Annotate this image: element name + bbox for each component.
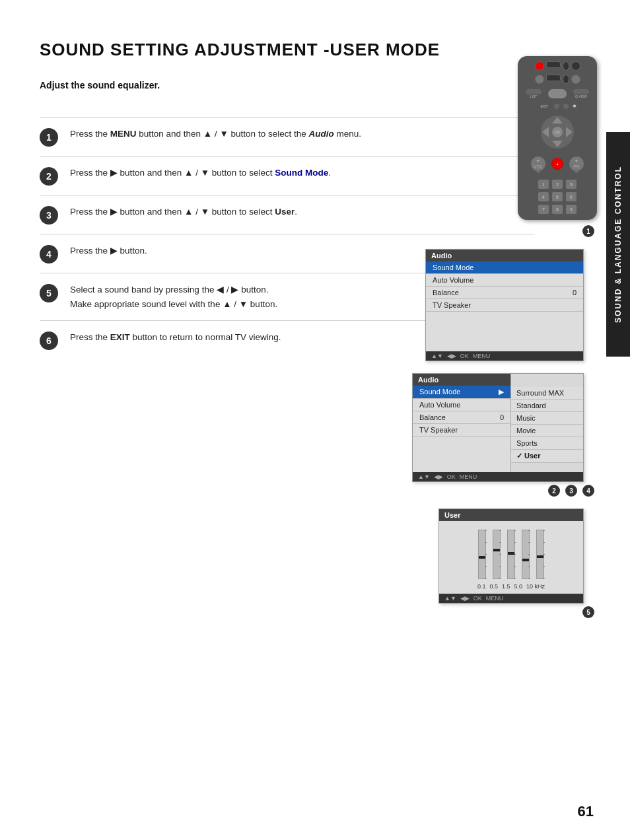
eq-bar-track-5	[536, 530, 544, 579]
eq-label-01: 0.1	[477, 583, 486, 590]
menu1-item-tv-speaker: TV Speaker	[426, 299, 583, 312]
page-number: 61	[578, 803, 594, 820]
remote-num-3[interactable]: 3	[565, 179, 577, 190]
remote-top-row-1	[535, 61, 580, 71]
menu1-spacer2	[426, 325, 583, 338]
badge-3: 3	[565, 485, 577, 497]
remote-control: LIST Q.VIEW EXIT ✱	[518, 56, 597, 220]
eq-bar-track-2	[493, 530, 501, 579]
remote-num-7[interactable]: 7	[538, 204, 549, 215]
eq-handle-5	[537, 555, 543, 558]
menu2-spacer2	[413, 448, 510, 460]
remote-numpad: 1 2 3 4 5 6 7 8 9	[538, 179, 577, 215]
remote-top-row-2	[535, 75, 580, 84]
eq-handle-4	[522, 559, 529, 561]
remote-num-4[interactable]: 4	[538, 192, 549, 202]
menu2-item-sound-mode: Sound Mode▶	[413, 386, 510, 399]
remote-num-9[interactable]: 9	[565, 204, 577, 215]
menu2-surround-max: Surround MAX	[511, 387, 583, 400]
eq-ticks-2	[499, 530, 501, 578]
badge-5: 5	[582, 606, 594, 618]
eq-bar-5	[536, 530, 544, 579]
menu2-footer: ▲▼◀▶OKMENU	[413, 472, 583, 481]
menu2-right-spacer-title	[511, 374, 583, 387]
remote-list-qview: LIST Q.VIEW	[526, 89, 589, 98]
eq-bar-track-3	[507, 530, 515, 579]
menu1-item-sound-mode: Sound Mode	[426, 262, 583, 274]
remote-vol-row: + VOL − ● + PR −	[530, 156, 584, 172]
eq-ticks-5	[543, 530, 545, 578]
menu2-spacer3	[413, 460, 510, 472]
step-number-4: 4	[40, 245, 58, 263]
menu1-title: Audio	[426, 250, 583, 262]
eq-handle-3	[508, 552, 514, 555]
menu-user-eq: User	[438, 508, 584, 604]
menu1-item-auto-volume: Auto Volume	[426, 274, 583, 287]
badge-2: 2	[548, 485, 560, 497]
menu2-user: ✓ User	[511, 450, 583, 463]
eq-label-10khz: 10 kHz	[526, 583, 545, 590]
step-number-3: 3	[40, 206, 58, 225]
eq-bars-container	[478, 528, 544, 580]
eq-ticks-4	[528, 530, 530, 578]
menu2-standard: Standard	[511, 400, 583, 412]
eq-label-50: 5.0	[514, 583, 523, 590]
eq-bar-3	[507, 530, 515, 579]
step-number-1: 1	[40, 128, 58, 147]
menu2-item-auto-volume: Auto Volume	[413, 399, 510, 411]
eq-ticks-1	[485, 530, 487, 578]
remote-num-8[interactable]: 8	[551, 204, 563, 215]
menu2-movie: Movie	[511, 425, 583, 437]
menu3-footer: ▲▼◀▶OKMENU	[439, 594, 583, 603]
eq-label-05: 0.5	[489, 583, 498, 590]
eq-handle-2	[493, 549, 500, 551]
eq-handle-1	[479, 556, 485, 559]
menu3-wrapper: User	[438, 508, 597, 618]
step-number-6: 6	[40, 332, 58, 350]
remote-dpad: OK	[541, 116, 574, 149]
menu2-item-tv-speaker: TV Speaker	[413, 424, 510, 437]
eq-bar-1	[478, 530, 486, 579]
sidebar-label-container: SOUND & LANGUAGE CONTROL	[606, 132, 630, 357]
remote-num-1[interactable]: 1	[538, 179, 549, 190]
step5-badge-row: 5	[580, 606, 594, 618]
remote-exit-row: EXIT ✱	[538, 104, 576, 109]
menu-audio-1: Audio Sound Mode Auto Volume Balance0 TV…	[425, 249, 584, 361]
menu1-spacer	[426, 312, 583, 325]
menu2-content: Audio Sound Mode▶ Auto Volume Balance0 T…	[413, 374, 583, 472]
menu3-eq-content: 0.1 0.5 1.5 5.0 10 kHz	[439, 521, 583, 594]
badge-4: 4	[582, 485, 594, 497]
remote-num-6[interactable]: 6	[565, 192, 577, 202]
eq-bar-4	[522, 530, 530, 579]
menu-audio-2: Audio Sound Mode▶ Auto Volume Balance0 T…	[412, 373, 584, 482]
menu2-wrapper: Audio Sound Mode▶ Auto Volume Balance0 T…	[412, 373, 597, 497]
remote-body: LIST Q.VIEW EXIT ✱	[518, 56, 597, 220]
remote-num-5[interactable]: 5	[551, 192, 563, 202]
menu2-music: Music	[511, 412, 583, 425]
menu2-sports: Sports	[511, 437, 583, 450]
eq-bar-track-1	[478, 530, 486, 579]
eq-label-15: 1.5	[502, 583, 510, 590]
right-panel: LIST Q.VIEW EXIT ✱	[412, 56, 597, 618]
menu2-left: Audio Sound Mode▶ Auto Volume Balance0 T…	[413, 374, 510, 472]
menu1-spacer3	[426, 338, 583, 351]
menu2-right: Surround MAX Standard Music Movie Sports…	[510, 374, 583, 472]
step-number-2: 2	[40, 167, 58, 186]
step1-annotation: 1	[412, 225, 597, 237]
menu1-item-balance: Balance0	[426, 287, 583, 299]
menu2-item-balance: Balance0	[413, 411, 510, 424]
step-234-badges: 2 3 4	[545, 485, 594, 497]
step-number-5: 5	[40, 284, 58, 302]
eq-freq-labels: 0.1 0.5 1.5 5.0 10 kHz	[477, 583, 545, 590]
menu2-title: Audio	[413, 374, 510, 386]
remote-num-2[interactable]: 2	[551, 179, 563, 190]
badge-1: 1	[582, 225, 594, 237]
eq-bar-track-4	[522, 530, 530, 579]
sidebar-label: SOUND & LANGUAGE CONTROL	[613, 166, 623, 323]
eq-bar-2	[493, 530, 501, 579]
menu3-title: User	[439, 509, 583, 521]
menu1-footer: ▲▼◀▶OKMENU	[426, 351, 583, 361]
menu2-spacer1	[413, 437, 510, 448]
